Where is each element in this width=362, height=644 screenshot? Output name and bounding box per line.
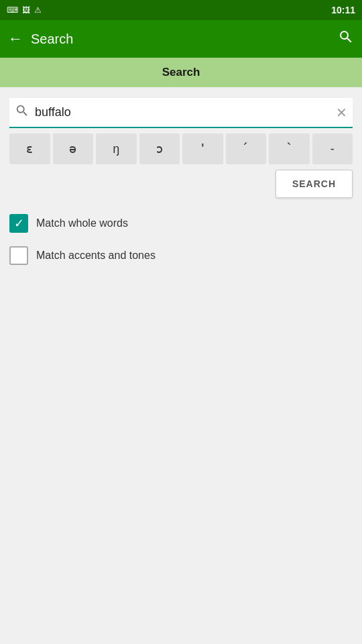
section-header: Search	[0, 58, 362, 87]
char-button-hyphen[interactable]: -	[312, 133, 353, 164]
search-input-icon	[15, 103, 29, 121]
search-input[interactable]	[35, 105, 336, 119]
app-bar: ← Search	[0, 20, 362, 58]
search-area: ✕ ɛ ə ŋ ɔ ' ´ ` - SEARCH	[0, 87, 362, 203]
match-whole-words-checkbox[interactable]: ✓	[9, 214, 28, 233]
char-button-eng[interactable]: ŋ	[96, 133, 137, 164]
special-chars-row: ɛ ə ŋ ɔ ' ´ ` -	[9, 133, 353, 164]
char-button-epsilon[interactable]: ɛ	[9, 133, 50, 164]
match-accents-tones-row: Match accents and tones	[9, 246, 353, 265]
match-whole-words-label: Match whole words	[36, 217, 128, 229]
search-button[interactable]: SEARCH	[276, 170, 353, 198]
char-button-open-o[interactable]: ɔ	[139, 133, 180, 164]
match-whole-words-row: ✓ Match whole words	[9, 214, 353, 233]
clear-icon[interactable]: ✕	[336, 105, 347, 121]
status-bar: ⌨ 🖼 ⚠ 10:11	[0, 0, 362, 20]
checkmark-icon: ✓	[14, 217, 24, 229]
options-area: ✓ Match whole words Match accents and to…	[0, 203, 362, 289]
match-accents-tones-checkbox[interactable]	[9, 246, 28, 265]
app-bar-title: Search	[31, 32, 73, 47]
search-button-area: SEARCH	[9, 164, 353, 203]
keyboard-icon: ⌨	[7, 5, 18, 15]
main-content	[0, 289, 362, 644]
status-time: 10:11	[331, 5, 355, 15]
image-icon: 🖼	[22, 5, 30, 15]
char-button-schwa[interactable]: ə	[53, 133, 94, 164]
section-header-title: Search	[162, 66, 200, 79]
status-bar-left: ⌨ 🖼 ⚠	[7, 5, 42, 15]
search-icon[interactable]	[338, 29, 354, 49]
char-button-grave[interactable]: `	[269, 133, 310, 164]
back-button[interactable]: ←	[8, 30, 23, 48]
search-input-container: ✕	[9, 98, 353, 128]
char-button-apostrophe[interactable]: '	[182, 133, 223, 164]
warning-icon: ⚠	[34, 5, 42, 15]
app-bar-left: ← Search	[8, 30, 73, 48]
char-button-acute[interactable]: ´	[226, 133, 267, 164]
match-accents-tones-label: Match accents and tones	[36, 250, 156, 262]
